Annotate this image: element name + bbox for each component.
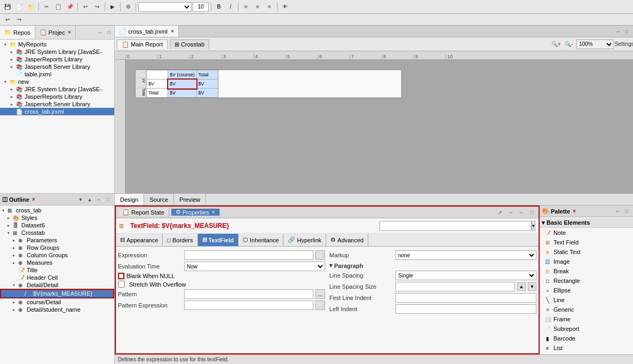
maximize-left-btn[interactable]: □ <box>105 28 113 37</box>
undo2-btn[interactable]: ↩ <box>2 14 13 25</box>
cell-empty[interactable] <box>147 70 168 80</box>
props-tab-borders[interactable]: □ Borders <box>163 234 197 246</box>
save-btn[interactable]: 💾 <box>2 2 13 12</box>
crosstab-report-tab[interactable]: ⊞ Crosstab <box>170 39 209 49</box>
main-report-tab[interactable]: 📋 Main Report <box>117 39 168 49</box>
redo2-btn[interactable]: ↪ <box>14 14 25 25</box>
palette-maximize-btn[interactable]: □ <box>622 207 631 216</box>
zoom-select[interactable]: 100% <box>576 39 614 49</box>
stretch-overflow-checkbox[interactable] <box>118 281 125 288</box>
expression-input[interactable]: $V{marks_MEASURE} <box>184 250 313 260</box>
palette-line[interactable]: ╲ Line <box>540 295 633 305</box>
props-restore-btn[interactable]: ─ <box>507 208 515 217</box>
align-left-btn[interactable]: ≡ <box>241 2 251 12</box>
props-search-input[interactable] <box>379 221 532 231</box>
report-state-tab[interactable]: 📋 Report State <box>118 209 169 216</box>
properties-tab-active[interactable]: ⚙ Properties × <box>171 209 220 216</box>
cell-sv-course[interactable]: $V <box>168 80 197 89</box>
outline-styles[interactable]: ▸ 🎨 Styles <box>0 214 114 221</box>
palette-statictext[interactable]: ≡ Static Text <box>540 247 633 257</box>
collapse-outline-btn[interactable]: ▼ <box>76 195 85 204</box>
lss-up-btn[interactable]: ▲ <box>517 282 526 291</box>
linespacing-select[interactable]: Single <box>395 271 536 280</box>
outline-crosstab[interactable]: ▾ ⊞ cross_tab <box>0 207 114 214</box>
editor-minimize-btn[interactable]: ─ <box>614 27 622 36</box>
bold-btn[interactable]: B <box>213 2 224 12</box>
outline-dataset[interactable]: ▸ 🗄 Dataset6 <box>0 221 114 229</box>
tree-crosstab-file[interactable]: 📄 cross_tab.jrxml <box>0 108 114 115</box>
outline-params[interactable]: ▸ ⊕ Parameters <box>0 236 114 244</box>
palette-note[interactable]: 📝 Note <box>540 228 633 238</box>
pattern-expr-input[interactable] <box>184 300 313 310</box>
align-right-btn[interactable]: ≡ <box>264 2 275 12</box>
expression-browse-btn[interactable]: ⬜ <box>315 250 325 260</box>
palette-subreport[interactable]: 📄 Subreport <box>540 324 633 334</box>
palette-textfield[interactable]: ⊞ Text Field <box>540 238 633 247</box>
outline-detailstudent[interactable]: ▸ ⊕ Detail/student_name <box>0 306 114 313</box>
tree-tablejrxml[interactable]: 📄 table.jrxml <box>0 70 114 78</box>
cell-total-header[interactable]: Total <box>196 70 218 80</box>
properties-close-icon[interactable]: × <box>212 209 215 215</box>
outline-measures[interactable]: ▸ ⊕ Measures <box>0 259 114 266</box>
blank-when-null-checkbox[interactable] <box>118 273 124 279</box>
source-tab[interactable]: Source <box>144 194 174 205</box>
props-tab-advanced[interactable]: ⚙ Advanced <box>326 234 368 246</box>
palette-break[interactable]: ⊟ Break <box>540 266 633 276</box>
zoom-in-btn[interactable]: 🔍+ <box>551 39 561 50</box>
project-tab[interactable]: 📋 Projec × <box>35 26 76 39</box>
props-search-dropdown[interactable]: ▾ <box>532 221 535 231</box>
cell-course[interactable]: $V (course) <box>168 70 197 80</box>
preview-tab[interactable]: Preview <box>174 194 206 205</box>
props-tab-inheritance[interactable]: ⬡ Inheritance <box>239 234 283 246</box>
project-close[interactable]: × <box>68 29 71 35</box>
expand-outline-btn[interactable]: ▲ <box>85 195 94 204</box>
outline-detaildetail[interactable]: ▾ ⊕ Detail/Detail <box>0 281 114 289</box>
palette-image[interactable]: 🖼 Image <box>540 257 633 266</box>
props-tab-textfield[interactable]: ⊞ TextField <box>198 234 239 246</box>
palette-frame[interactable]: ⬜ Frame <box>540 314 633 324</box>
cell-sv-total[interactable]: $V <box>196 80 218 89</box>
open-btn[interactable]: 📁 <box>26 2 36 12</box>
maximize-outline-btn[interactable]: □ <box>104 195 112 204</box>
outline-title[interactable]: 📝 Title <box>0 266 114 274</box>
minimize-outline-btn[interactable]: ─ <box>94 195 103 204</box>
tree-jaspersoftserver1[interactable]: ▸ 📚 Jaspersoft Server Library <box>0 63 114 70</box>
minimize-left-btn[interactable]: ─ <box>96 28 104 37</box>
palette-generic[interactable]: ✧ Generic <box>540 305 633 314</box>
palette-ellipse[interactable]: ○ Ellipse <box>540 286 633 295</box>
editor-maximize-btn[interactable]: □ <box>622 27 631 36</box>
copy-btn[interactable]: 📋 <box>53 2 64 12</box>
cell-sv[interactable]: $V <box>147 80 168 89</box>
new-btn[interactable]: 📄 <box>14 2 25 12</box>
props-tab-hyperlink[interactable]: 🔗 Hyperlink <box>283 234 326 246</box>
italic-btn[interactable]: I <box>225 2 236 12</box>
redo-btn[interactable]: ↪ <box>92 2 102 12</box>
tree-new[interactable]: ▾ 📁 new <box>0 78 114 85</box>
undo-btn[interactable]: ↩ <box>80 2 91 12</box>
cell-total[interactable]: Total <box>147 89 168 98</box>
align-center-btn[interactable]: ≡ <box>252 2 263 12</box>
props-tab-appearance[interactable]: ⊟ Appearance <box>116 234 163 246</box>
outline-close[interactable]: × <box>32 196 35 202</box>
design-tab[interactable]: Design <box>115 194 144 205</box>
props-minimize-btn[interactable]: ─ <box>517 208 526 217</box>
leftindent-input[interactable]: 0 px <box>395 304 536 314</box>
tree-jasperreports1[interactable]: ▸ 📚 JasperReports Library <box>0 56 114 63</box>
editor-close[interactable]: × <box>171 28 174 34</box>
tree-jre2[interactable]: ▸ 📚 JRE System Library [JavaSE- <box>0 85 114 93</box>
palette-close[interactable]: × <box>573 208 576 214</box>
outline-headercell[interactable]: 📝 Header Cell <box>0 274 114 281</box>
pattern-browse-btn[interactable]: ... <box>315 289 325 299</box>
lss-down-btn[interactable]: ▼ <box>528 282 536 291</box>
run-btn[interactable]: ▶ <box>107 2 118 12</box>
preview-btn[interactable]: 👁 <box>280 2 290 12</box>
paste-btn[interactable]: 📌 <box>65 2 75 12</box>
tree-jaspersoftserver2[interactable]: ▸ 📚 Jaspersoft Server Library <box>0 100 114 108</box>
outline-colgroups[interactable]: ▸ ⊕ Column Groups <box>0 251 114 259</box>
palette-minimize-btn[interactable]: ─ <box>613 207 622 216</box>
tree-jre1[interactable]: ▸ 📚 JRE System Library [JavaSE- <box>0 48 114 56</box>
firstlineindent-input[interactable]: 0 px <box>395 293 536 303</box>
pattern-expr-btn[interactable]: ⬜ <box>315 300 325 310</box>
outline-marks[interactable]: 𝑓 $V{marks_MEASURE} <box>0 289 114 298</box>
props-export-btn[interactable]: ↗ <box>496 208 504 217</box>
